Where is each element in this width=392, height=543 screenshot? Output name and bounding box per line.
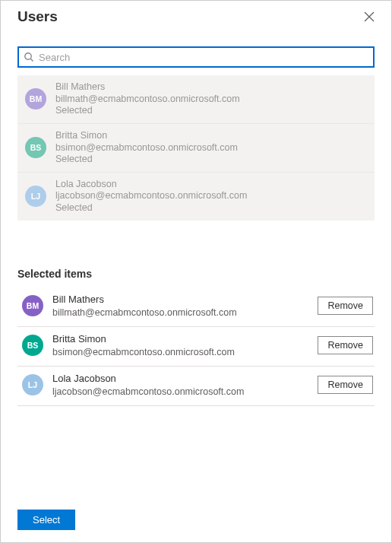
result-text: Bill Mathers billmath@ecmabmcontoso.onmi… bbox=[55, 81, 240, 117]
select-button[interactable]: Select bbox=[17, 510, 75, 530]
search-result-item[interactable]: BS Britta Simon bsimon@ecmabmcontoso.onm… bbox=[17, 124, 375, 173]
selected-item: BM Bill Mathers billmath@ecmabmcontoso.o… bbox=[17, 287, 375, 327]
user-email: bsimon@ecmabmcontoso.onmicrosoft.com bbox=[52, 346, 318, 358]
user-name: Lola Jacobson bbox=[55, 179, 247, 191]
selected-text: Bill Mathers billmath@ecmabmcontoso.onmi… bbox=[52, 294, 318, 319]
search-result-item[interactable]: BM Bill Mathers billmath@ecmabmcontoso.o… bbox=[17, 75, 375, 124]
avatar: LJ bbox=[22, 374, 43, 395]
avatar: BM bbox=[25, 88, 46, 110]
dialog-footer: Select bbox=[1, 500, 391, 542]
svg-point-2 bbox=[25, 53, 31, 59]
user-email: bsimon@ecmabmcontoso.onmicrosoft.com bbox=[55, 142, 238, 154]
search-icon bbox=[24, 52, 34, 62]
remove-button[interactable]: Remove bbox=[318, 297, 373, 315]
search-results-list: BM Bill Mathers billmath@ecmabmcontoso.o… bbox=[17, 75, 375, 221]
dialog-title: Users bbox=[17, 8, 58, 25]
close-icon bbox=[364, 13, 375, 24]
result-text: Lola Jacobson ljacobson@ecmabmcontoso.on… bbox=[55, 179, 247, 214]
avatar: BS bbox=[25, 137, 46, 158]
user-name: Bill Mathers bbox=[55, 81, 240, 94]
selection-status: Selected bbox=[55, 105, 240, 117]
search-input[interactable] bbox=[37, 48, 368, 66]
selection-status: Selected bbox=[55, 202, 247, 214]
avatar: BS bbox=[22, 335, 43, 356]
search-result-item[interactable]: LJ Lola Jacobson ljacobson@ecmabmcontoso… bbox=[17, 173, 375, 221]
selected-item: LJ Lola Jacobson ljacobson@ecmabmcontoso… bbox=[17, 367, 375, 406]
dialog-content: BM Bill Mathers billmath@ecmabmcontoso.o… bbox=[1, 30, 391, 500]
user-name: Britta Simon bbox=[52, 333, 318, 346]
user-email: billmath@ecmabmcontoso.onmicrosoft.com bbox=[55, 94, 240, 106]
remove-button[interactable]: Remove bbox=[318, 376, 373, 394]
dialog-header: Users bbox=[1, 1, 391, 30]
selected-items-list: BM Bill Mathers billmath@ecmabmcontoso.o… bbox=[17, 287, 375, 406]
user-name: Lola Jacobson bbox=[52, 373, 318, 386]
user-email: ljacobson@ecmabmcontoso.onmicrosoft.com bbox=[55, 190, 247, 202]
user-name: Bill Mathers bbox=[52, 294, 318, 306]
svg-line-3 bbox=[30, 59, 33, 61]
avatar: BM bbox=[22, 295, 43, 316]
user-email: ljacobson@ecmabmcontoso.onmicrosoft.com bbox=[52, 386, 318, 398]
result-text: Britta Simon bsimon@ecmabmcontoso.onmicr… bbox=[55, 130, 238, 166]
selected-item: BS Britta Simon bsimon@ecmabmcontoso.onm… bbox=[17, 327, 375, 367]
close-button[interactable] bbox=[361, 8, 378, 25]
selected-items-heading: Selected items bbox=[17, 268, 375, 280]
user-email: billmath@ecmabmcontoso.onmicrosoft.com bbox=[52, 306, 318, 319]
avatar: LJ bbox=[25, 186, 46, 207]
remove-button[interactable]: Remove bbox=[318, 336, 373, 354]
search-field[interactable] bbox=[17, 46, 375, 68]
selected-text: Lola Jacobson ljacobson@ecmabmcontoso.on… bbox=[52, 373, 318, 398]
user-name: Britta Simon bbox=[55, 130, 238, 142]
selection-status: Selected bbox=[55, 154, 238, 166]
selected-text: Britta Simon bsimon@ecmabmcontoso.onmicr… bbox=[52, 333, 318, 358]
